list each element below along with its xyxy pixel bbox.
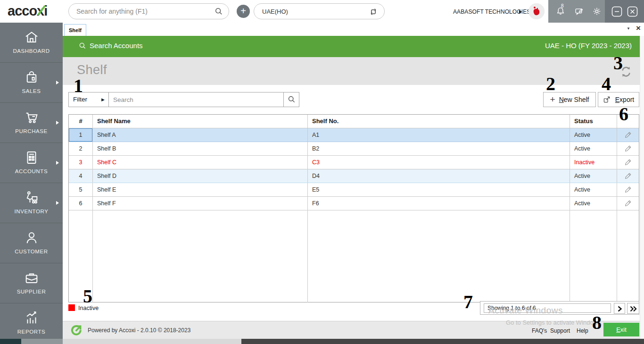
avatar[interactable] [528, 3, 545, 19]
notifications-bell-icon[interactable] [555, 6, 566, 18]
accoxi-mark-icon [70, 324, 83, 339]
messages-icon[interactable] [574, 7, 584, 18]
pencil-icon [624, 159, 632, 166]
org-selector-value: UAE(HO) [262, 8, 288, 15]
home-icon [23, 29, 40, 45]
cell-status: Active [570, 197, 617, 210]
table-row[interactable]: 4 Shelf D D4 Active [69, 169, 639, 183]
sidebar-item-purchase[interactable]: PURCHASE [0, 103, 63, 143]
edit-row-button[interactable] [617, 183, 639, 196]
accounts-search-bar: Search Accounts UAE - HO (FY 2023 - 2023… [63, 36, 640, 57]
cell-shelf-name: Shelf C [93, 156, 308, 169]
tab-shelf[interactable]: Shelf [64, 24, 86, 36]
tab-close-icon[interactable]: × [636, 24, 641, 33]
cell-shelf-name: Shelf E [93, 183, 308, 196]
header-status[interactable]: Status [570, 115, 617, 128]
table-row[interactable]: 1 Shelf A A1 Active [69, 128, 639, 142]
tab-bar: Shelf ▼ × [63, 23, 644, 36]
shelf-table: # Shelf Name Shelf No. Status 1 Shelf A … [68, 114, 639, 302]
search-icon [79, 42, 86, 50]
annotation-3: 3 [613, 54, 623, 73]
briefcase-icon [23, 270, 40, 286]
edit-row-button[interactable] [617, 128, 639, 142]
cell-shelf-no: A1 [308, 128, 570, 142]
edit-row-button[interactable] [617, 197, 639, 210]
sidebar-item-label: SALES [0, 88, 63, 94]
cell-shelf-name: Shelf D [93, 169, 308, 183]
table-row[interactable]: 2 Shelf B B2 Active [69, 142, 639, 156]
export-icon [603, 96, 611, 103]
settings-gear-icon[interactable] [592, 6, 602, 18]
cell-status: Active [570, 169, 617, 183]
window-controls [605, 0, 644, 23]
header-shelf-name[interactable]: Shelf Name [93, 115, 308, 128]
org-selector[interactable]: UAE(HO) [254, 3, 385, 19]
sidebar-item-reports[interactable]: REPORTS [0, 303, 63, 339]
chevron-right-icon [56, 121, 59, 125]
calculator-icon [23, 150, 40, 166]
sidebar-item-label: DASHBOARD [0, 48, 63, 54]
top-bar: accoxi + UAE(HO) AABASOFT TECHNOLOGIES [0, 0, 644, 23]
plus-icon: + [240, 6, 246, 16]
icon-tray [548, 0, 605, 23]
sidebar-item-accounts[interactable]: ACCOUNTS [0, 143, 63, 183]
sidebar-item-sales[interactable]: SALES [0, 63, 63, 102]
cell-shelf-no: F6 [308, 197, 570, 210]
notification-badge: 8 [561, 3, 564, 8]
sidebar-item-supplier[interactable]: SUPPLIER [0, 263, 63, 303]
cell-shelf-no: E5 [308, 183, 570, 196]
pencil-icon [624, 131, 632, 139]
last-page-button[interactable] [627, 303, 639, 314]
filter-arrow-icon: ▶ [101, 92, 105, 107]
table-row[interactable]: 3 Shelf C C3 Inactive [69, 156, 639, 169]
table-search-button[interactable] [283, 92, 299, 107]
cell-num: 2 [69, 142, 93, 155]
minimize-button[interactable] [611, 6, 622, 19]
filter-label: Filter [73, 96, 87, 103]
activate-windows-watermark: Activate Windows [488, 305, 563, 316]
exit-button[interactable]: Exit [603, 323, 639, 336]
bottom-strip-sidebar [21, 339, 63, 344]
annotation-5: 5 [83, 287, 92, 306]
support-link[interactable]: Support [550, 327, 570, 334]
sidebar-item-dashboard[interactable]: DASHBOARD [0, 23, 63, 62]
table-empty-area [69, 210, 639, 302]
tab-list-caret-icon[interactable]: ▼ [627, 26, 630, 31]
bar-chart-icon [23, 310, 40, 326]
cell-shelf-name: Shelf A [93, 128, 308, 142]
search-accounts-button[interactable]: Search Accounts [79, 42, 143, 50]
edit-row-button[interactable] [617, 169, 639, 183]
chevron-right-icon [617, 306, 622, 312]
faqs-link[interactable]: FAQ's [532, 327, 547, 334]
table-row[interactable]: 5 Shelf E E5 Active [69, 183, 639, 197]
cell-status: Active [570, 183, 617, 196]
help-link[interactable]: Help [577, 327, 588, 334]
close-button[interactable] [627, 6, 638, 19]
pencil-icon [624, 172, 632, 180]
table-search-input[interactable] [108, 92, 284, 107]
header-num[interactable]: # [69, 115, 93, 128]
header-shelf-no[interactable]: Shelf No. [308, 115, 570, 128]
table-row[interactable]: 6 Shelf F F6 Active [69, 197, 639, 210]
sidebar-item-label: ACCOUNTS [0, 168, 63, 174]
edit-row-button[interactable] [617, 142, 639, 155]
sidebar-item-label: PURCHASE [0, 128, 63, 134]
plus-icon: + [550, 94, 555, 104]
sidebar-item-inventory[interactable]: INVENTORY [0, 183, 63, 223]
global-search-input[interactable] [76, 4, 208, 18]
sidebar-item-customer[interactable]: CUSTOMER [0, 223, 63, 263]
cell-num: 6 [69, 197, 93, 210]
scrollbar-track[interactable] [640, 36, 644, 339]
switch-org-icon[interactable] [369, 7, 378, 18]
next-page-button[interactable] [614, 303, 625, 314]
sidebar-item-label: CUSTOMER [0, 249, 63, 254]
cart-icon [23, 109, 40, 126]
chevron-right-icon [56, 81, 59, 84]
edit-row-button[interactable] [617, 156, 639, 169]
hand-truck-icon [23, 190, 40, 206]
sidebar-item-label: REPORTS [0, 329, 63, 335]
add-button[interactable]: + [237, 5, 250, 18]
pencil-icon [624, 145, 632, 152]
cell-status: Active [570, 142, 617, 155]
global-search[interactable] [68, 3, 229, 19]
